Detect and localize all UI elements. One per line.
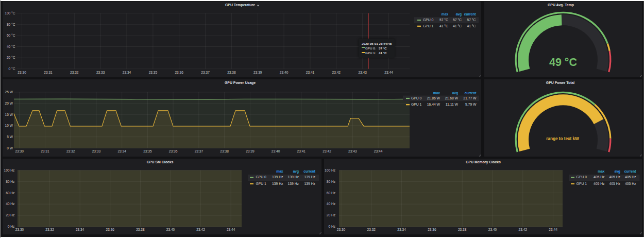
svg-text:GPU 1: GPU 1	[577, 182, 587, 185]
svg-text:40 Hz: 40 Hz	[327, 202, 335, 206]
svg-text:23:31: 23:31	[41, 149, 49, 153]
svg-text:40 °C: 40 °C	[7, 45, 15, 48]
svg-text:23:42: 23:42	[323, 149, 331, 153]
svg-text:23:32: 23:32	[66, 149, 75, 153]
svg-text:23:37: 23:37	[201, 71, 210, 74]
svg-text:405 Hz: 405 Hz	[625, 182, 636, 185]
svg-text:23:38: 23:38	[227, 71, 236, 74]
svg-text:57 °C: 57 °C	[467, 18, 476, 22]
svg-text:23:40: 23:40	[280, 71, 289, 74]
svg-text:GPU Power Total: GPU Power Total	[546, 81, 574, 84]
svg-text:23:34: 23:34	[397, 228, 406, 231]
svg-text:GPU Memory Clocks: GPU Memory Clocks	[466, 160, 501, 164]
svg-text:GPU 1: GPU 1	[411, 103, 422, 106]
svg-text:21.86 W: 21.86 W	[427, 96, 440, 100]
svg-text:23:43: 23:43	[348, 149, 357, 153]
svg-text:current: current	[464, 12, 477, 16]
svg-text:GPU 1: GPU 1	[423, 24, 434, 28]
svg-text:23:43: 23:43	[358, 71, 367, 74]
svg-text:GPU 0: GPU 0	[577, 175, 587, 179]
svg-text:23:32: 23:32	[45, 228, 54, 231]
svg-text:100 Hz: 100 Hz	[4, 168, 14, 172]
svg-text:23:36: 23:36	[175, 71, 183, 74]
svg-text:23:35: 23:35	[143, 149, 152, 153]
svg-text:GPU 0: GPU 0	[256, 175, 266, 179]
svg-text:57 °C: 57 °C	[453, 18, 462, 22]
svg-text:80 Hz: 80 Hz	[327, 180, 335, 183]
svg-text:0 °C: 0 °C	[9, 67, 15, 71]
svg-text:GPU 0: GPU 0	[423, 18, 434, 22]
svg-text:23:44: 23:44	[227, 228, 235, 231]
svg-text:139 Hz: 139 Hz	[304, 182, 315, 185]
svg-text:avg: avg	[452, 91, 458, 95]
svg-text:41 °C: 41 °C	[439, 24, 448, 28]
svg-text:23:36: 23:36	[106, 228, 115, 231]
svg-text:60 Hz: 60 Hz	[327, 191, 335, 195]
svg-text:current: current	[465, 91, 477, 95]
svg-text:139 Hz: 139 Hz	[272, 175, 283, 179]
svg-text:23:44: 23:44	[549, 228, 557, 231]
svg-text:20 Hz: 20 Hz	[327, 213, 335, 217]
svg-text:139 Hz: 139 Hz	[272, 182, 283, 185]
svg-text:23:41: 23:41	[306, 71, 315, 74]
svg-text:23:40: 23:40	[272, 149, 280, 153]
svg-text:20 W: 20 W	[5, 101, 13, 105]
svg-text:current: current	[303, 169, 316, 173]
svg-text:20 Hz: 20 Hz	[6, 213, 14, 217]
svg-text:23:30: 23:30	[18, 71, 26, 74]
svg-text:0 W: 0 W	[7, 146, 13, 150]
svg-text:range to text kW: range to text kW	[546, 137, 579, 141]
svg-text:23:40: 23:40	[166, 228, 175, 231]
svg-text:current: current	[624, 169, 637, 173]
svg-text:GPU Power Usage: GPU Power Usage	[225, 81, 256, 85]
svg-text:23:32: 23:32	[367, 228, 376, 231]
svg-text:23:34: 23:34	[123, 71, 131, 74]
svg-text:23:38: 23:38	[220, 149, 229, 153]
svg-text:0 Hz: 0 Hz	[8, 225, 15, 228]
svg-text:23:38: 23:38	[458, 228, 467, 231]
svg-text:avg: avg	[456, 12, 462, 16]
svg-text:25 W: 25 W	[5, 90, 13, 94]
svg-text:23:35: 23:35	[149, 71, 158, 74]
svg-text:139 Hz: 139 Hz	[287, 175, 299, 179]
svg-text:405 Hz: 405 Hz	[594, 175, 605, 179]
svg-text:23:39: 23:39	[253, 71, 262, 74]
svg-text:49 °C: 49 °C	[549, 56, 577, 69]
svg-text:405 Hz: 405 Hz	[625, 175, 636, 179]
svg-text:GPU 0: GPU 0	[411, 96, 422, 100]
svg-text:23:32: 23:32	[70, 71, 79, 74]
svg-text:16.44 W: 16.44 W	[427, 103, 440, 106]
svg-text:23:30: 23:30	[15, 149, 24, 153]
svg-text:max: max	[598, 169, 605, 173]
svg-text:23:42: 23:42	[196, 228, 205, 231]
svg-text:23:39: 23:39	[246, 149, 255, 153]
svg-text:23:33: 23:33	[92, 149, 101, 153]
svg-text:GPU SM Clocks: GPU SM Clocks	[147, 160, 174, 164]
svg-text:23:31: 23:31	[44, 71, 53, 74]
svg-text:15 W: 15 W	[5, 113, 13, 116]
svg-text:21.77 W: 21.77 W	[463, 96, 477, 100]
svg-text:405 Hz: 405 Hz	[609, 175, 620, 179]
svg-text:max: max	[442, 12, 449, 16]
svg-text:20 °C: 20 °C	[7, 56, 15, 59]
svg-text:avg: avg	[293, 169, 299, 174]
svg-text:139 Hz: 139 Hz	[304, 175, 315, 179]
svg-text:21.68 W: 21.68 W	[445, 96, 459, 100]
svg-text:10 W: 10 W	[5, 124, 13, 127]
svg-text:41 °C: 41 °C	[453, 24, 462, 28]
svg-text:5 W: 5 W	[7, 135, 13, 139]
svg-text:max: max	[433, 91, 440, 95]
svg-text:23:37: 23:37	[195, 149, 204, 153]
svg-text:23:30: 23:30	[15, 228, 24, 231]
svg-text:60 °C: 60 °C	[7, 33, 15, 37]
svg-text:23:36: 23:36	[169, 149, 178, 153]
svg-text:23:42: 23:42	[332, 71, 341, 74]
svg-text:100 °C: 100 °C	[5, 11, 15, 15]
svg-text:11.11 W: 11.11 W	[446, 103, 459, 106]
svg-text:23:34: 23:34	[117, 149, 126, 153]
svg-text:23:34: 23:34	[76, 228, 84, 231]
svg-text:max: max	[276, 169, 283, 173]
svg-text:23:36: 23:36	[428, 228, 436, 231]
svg-text:60 Hz: 60 Hz	[6, 191, 14, 195]
svg-text:avg: avg	[615, 169, 620, 174]
